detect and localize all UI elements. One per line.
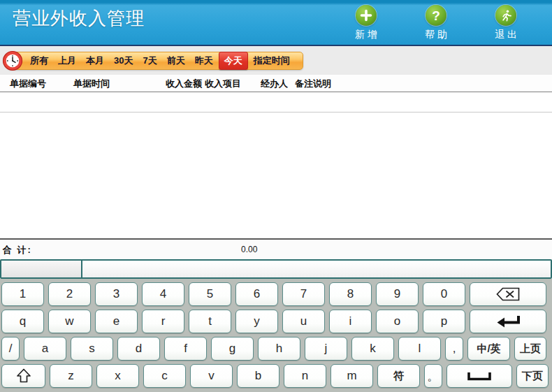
key-backspace[interactable] bbox=[470, 282, 546, 306]
filter-item-custom-range[interactable]: 指定时间 bbox=[249, 53, 294, 68]
key-label: 8 bbox=[347, 287, 354, 301]
key-8[interactable]: 8 bbox=[329, 282, 372, 306]
key-2[interactable]: 2 bbox=[48, 282, 91, 306]
key-label: f bbox=[184, 342, 187, 356]
key-g[interactable]: g bbox=[211, 337, 254, 361]
key-slash[interactable]: / bbox=[1, 337, 20, 361]
filter-item-last-month[interactable]: 上月 bbox=[54, 53, 80, 68]
filter-item-all[interactable]: 所有 bbox=[26, 53, 52, 68]
filter-item-30-days[interactable]: 30天 bbox=[110, 53, 137, 68]
key-w[interactable]: w bbox=[48, 310, 91, 333]
key-5[interactable]: 5 bbox=[189, 282, 231, 306]
key-x[interactable]: x bbox=[96, 364, 139, 388]
action-label: 新 增 bbox=[355, 29, 377, 41]
help-button[interactable]: ?帮 助 bbox=[418, 5, 454, 41]
summary-row: 合 计: 0.00 bbox=[0, 240, 552, 259]
key-label: o bbox=[394, 314, 400, 328]
key-y[interactable]: y bbox=[235, 310, 278, 333]
filter-item-day-before-yesterday[interactable]: 前天 bbox=[163, 53, 189, 68]
input-left-cell[interactable] bbox=[1, 261, 82, 277]
filter-item-this-month[interactable]: 本月 bbox=[82, 53, 108, 68]
key-label: w bbox=[65, 314, 73, 328]
key-label: 0 bbox=[441, 287, 447, 301]
key-label: 。 bbox=[428, 368, 440, 384]
table-body bbox=[0, 92, 552, 240]
key-label: 中/英 bbox=[477, 342, 500, 356]
key-c[interactable]: c bbox=[143, 364, 186, 388]
key-7[interactable]: 7 bbox=[282, 282, 325, 306]
key-period[interactable]: 。 bbox=[424, 364, 442, 388]
key-h[interactable]: h bbox=[258, 337, 300, 361]
text-input[interactable] bbox=[82, 261, 551, 277]
key-label: 符 bbox=[393, 370, 404, 383]
key-b[interactable]: b bbox=[237, 364, 279, 388]
key-label: x bbox=[115, 369, 121, 383]
key-s[interactable]: s bbox=[71, 337, 113, 361]
key-a[interactable]: a bbox=[24, 337, 66, 361]
key-f[interactable]: f bbox=[164, 337, 207, 361]
key-comma[interactable]: , bbox=[445, 337, 463, 361]
key-q[interactable]: q bbox=[1, 310, 44, 333]
key-label: t bbox=[208, 314, 212, 328]
key-6[interactable]: 6 bbox=[235, 282, 278, 306]
key-d[interactable]: d bbox=[117, 337, 160, 361]
key-3[interactable]: 3 bbox=[95, 282, 138, 306]
key-label: k bbox=[370, 342, 376, 356]
key-0[interactable]: 0 bbox=[423, 282, 465, 306]
key-label: y bbox=[254, 314, 260, 328]
key-lang-toggle[interactable]: 中/英 bbox=[467, 337, 510, 361]
app-window: 营业外收入管理 新 增?帮 助退 出 所有上月本月30天7天前天昨天今天指定时间… bbox=[0, 0, 552, 392]
question-icon: ? bbox=[426, 5, 446, 26]
filter-item-today[interactable]: 今天 bbox=[219, 52, 248, 70]
key-enter[interactable] bbox=[470, 310, 546, 333]
key-n[interactable]: n bbox=[284, 364, 326, 388]
column-header-income-item: 收入项目 bbox=[205, 78, 241, 90]
exit-button[interactable]: 退 出 bbox=[488, 5, 524, 41]
key-j[interactable]: j bbox=[305, 337, 347, 361]
key-label: / bbox=[9, 342, 13, 356]
backspace-icon bbox=[496, 287, 520, 301]
filter-section: 所有上月本月30天7天前天昨天今天指定时间 bbox=[0, 46, 552, 75]
filter-item-yesterday[interactable]: 昨天 bbox=[191, 53, 217, 68]
key-z[interactable]: z bbox=[50, 364, 92, 388]
key-label: b bbox=[255, 369, 261, 383]
key-u[interactable]: u bbox=[282, 310, 325, 333]
key-p[interactable]: p bbox=[423, 310, 465, 333]
key-space[interactable] bbox=[446, 364, 512, 388]
key-t[interactable]: t bbox=[189, 310, 231, 333]
filter-item-7-days[interactable]: 7天 bbox=[138, 53, 161, 68]
key-1[interactable]: 1 bbox=[1, 282, 44, 306]
key-l[interactable]: l bbox=[398, 337, 441, 361]
key-symbols[interactable]: 符 bbox=[377, 364, 420, 388]
key-v[interactable]: v bbox=[190, 364, 233, 388]
key-label: j bbox=[325, 342, 328, 356]
key-i[interactable]: i bbox=[329, 310, 372, 333]
key-label: i bbox=[349, 314, 352, 328]
key-label: 2 bbox=[66, 287, 73, 301]
key-label: 上页 bbox=[520, 342, 541, 356]
key-label: a bbox=[42, 342, 48, 356]
action-label: 帮 助 bbox=[425, 29, 447, 41]
key-label: 7 bbox=[300, 287, 307, 301]
exit-icon bbox=[495, 5, 516, 26]
key-4[interactable]: 4 bbox=[142, 282, 184, 306]
space-icon bbox=[467, 371, 491, 381]
key-page-down[interactable]: 下页 bbox=[516, 364, 549, 388]
key-o[interactable]: o bbox=[376, 310, 419, 333]
key-k[interactable]: k bbox=[351, 337, 394, 361]
key-page-up[interactable]: 上页 bbox=[514, 337, 546, 361]
key-label: u bbox=[300, 314, 307, 328]
key-9[interactable]: 9 bbox=[376, 282, 419, 306]
filter-bar: 所有上月本月30天7天前天昨天今天指定时间 bbox=[7, 52, 303, 70]
title-bar: 营业外收入管理 新 增?帮 助退 出 bbox=[0, 0, 552, 46]
key-shift[interactable] bbox=[1, 364, 45, 388]
key-label: , bbox=[453, 342, 456, 356]
key-r[interactable]: r bbox=[142, 310, 184, 333]
plus-icon bbox=[356, 5, 377, 26]
key-e[interactable]: e bbox=[95, 310, 138, 333]
key-label: l bbox=[419, 342, 421, 356]
key-label: 4 bbox=[160, 287, 166, 301]
key-label: 5 bbox=[207, 287, 213, 301]
add-button[interactable]: 新 增 bbox=[348, 5, 384, 41]
key-m[interactable]: m bbox=[331, 364, 373, 388]
